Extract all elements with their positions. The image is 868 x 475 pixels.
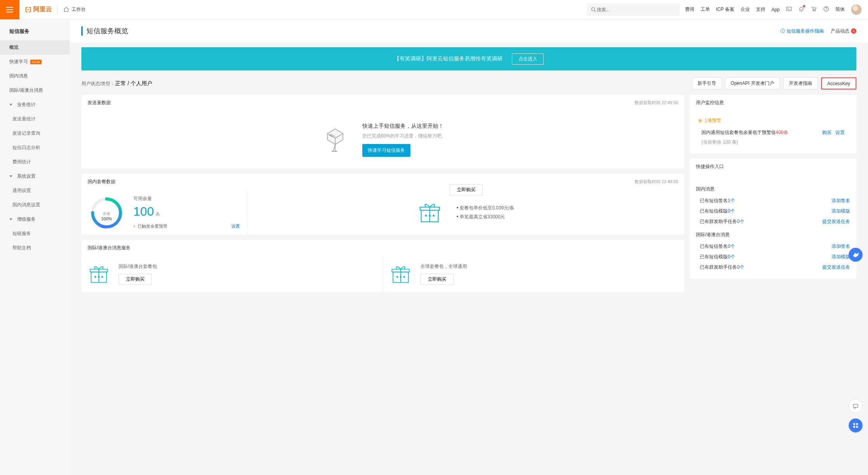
gauge: 余量100% bbox=[89, 195, 124, 223]
nav-domestic[interactable]: 国内消息 bbox=[0, 69, 70, 83]
btn-devguide[interactable]: 开发者指南 bbox=[783, 77, 818, 89]
guide-link[interactable]: ⓘ 短信服务操作指南 bbox=[780, 28, 824, 34]
sidebar: 短信服务 概览 快速学习NEW 国内消息 国际/港澳台消息 业务统计 发送量统计… bbox=[0, 19, 70, 475]
svg-point-10 bbox=[425, 215, 426, 216]
nav-group-value[interactable]: 增值服务 bbox=[0, 212, 70, 226]
gift-icon bbox=[88, 264, 109, 285]
svg-point-0 bbox=[591, 7, 594, 10]
nav-domestic-settings[interactable]: 国内消息设置 bbox=[0, 198, 70, 212]
gift-icon bbox=[418, 201, 441, 224]
user-avatar[interactable] bbox=[851, 4, 862, 15]
quickstart-sub: 您已完成60%的学习进度，继续努力吧。 bbox=[362, 133, 446, 139]
nav-intl[interactable]: 国际/港澳台消息 bbox=[0, 83, 70, 98]
alert-settings-link[interactable]: 设置 bbox=[231, 223, 240, 229]
apps-icon[interactable] bbox=[849, 418, 863, 432]
nav-group-system[interactable]: 系统设置 bbox=[0, 169, 70, 183]
alert-buy-link[interactable]: 购买 bbox=[822, 129, 832, 136]
card-title: 用户监控信息 bbox=[696, 99, 724, 106]
chevron-down-icon bbox=[9, 175, 12, 177]
submit-task-link-intl[interactable]: 提交发送任务 bbox=[822, 264, 850, 271]
search-box[interactable] bbox=[587, 3, 680, 16]
alert-sub: (当前剩余 100 条) bbox=[701, 139, 738, 146]
terminal-icon[interactable] bbox=[786, 6, 792, 13]
new-badge: NEW bbox=[30, 60, 41, 64]
svg-rect-26 bbox=[853, 426, 855, 428]
buy-now-button[interactable]: 立即购买 bbox=[450, 184, 483, 195]
sidebar-title: 短信服务 bbox=[0, 24, 70, 40]
add-signature-link-intl[interactable]: 添加签名 bbox=[832, 243, 850, 250]
topbar: 阿里云 工作台 费用 工单 ICP 备案 企业 支持 App 简体 bbox=[0, 0, 868, 19]
svg-point-22 bbox=[403, 276, 405, 278]
svg-rect-24 bbox=[853, 423, 855, 425]
nav-icp[interactable]: ICP 备案 bbox=[716, 6, 734, 13]
btn-newbie[interactable]: 新手引导 bbox=[692, 77, 722, 89]
intl-heading: 国际/港澳台消息 bbox=[696, 227, 850, 241]
nav-cost-stats[interactable]: 费用统计 bbox=[0, 155, 70, 169]
cart-icon[interactable] bbox=[811, 6, 817, 13]
package-card: 国内套餐数据数据获取时间 22:49:50 余量100% 可用余量 100条 bbox=[81, 174, 684, 235]
quickstart-button[interactable]: 快速学习短信服务 bbox=[362, 144, 410, 157]
nav-general-settings[interactable]: 通用设置 bbox=[0, 183, 70, 198]
svg-point-21 bbox=[400, 276, 401, 278]
nav-send-log[interactable]: 发送记录查询 bbox=[0, 126, 70, 141]
svg-point-17 bbox=[102, 276, 103, 278]
nav-cost[interactable]: 费用 bbox=[685, 6, 694, 13]
banner-button[interactable]: 点击进入 bbox=[512, 53, 544, 65]
global-buy-button[interactable]: 立即购买 bbox=[420, 274, 454, 285]
search-icon bbox=[591, 7, 597, 13]
brand-logo[interactable]: 阿里云 bbox=[19, 5, 57, 14]
lang-selector[interactable]: 简体 bbox=[835, 6, 845, 13]
btn-accesskey[interactable]: AccessKey bbox=[821, 77, 856, 89]
add-template-link[interactable]: 添加模版 bbox=[832, 208, 850, 214]
card-title: 国内套餐数据 bbox=[88, 178, 115, 185]
submit-task-link[interactable]: 提交发送任务 bbox=[822, 218, 850, 225]
product-news[interactable]: 产品动态5 bbox=[831, 28, 856, 34]
assistant-icon[interactable] bbox=[849, 248, 863, 262]
domestic-heading: 国内消息 bbox=[696, 181, 850, 195]
nav-quicklearn[interactable]: 快速学习NEW bbox=[0, 55, 70, 69]
intl-buy-button[interactable]: 立即购买 bbox=[119, 274, 152, 285]
survey-banner: 【有奖调研】阿里云短信服务易用性有奖调研 点击进入 bbox=[81, 47, 856, 70]
nav-enterprise[interactable]: 企业 bbox=[741, 6, 750, 13]
news-count: 5 bbox=[851, 28, 856, 34]
quickstart-title: 快速上手短信服务，从这里开始！ bbox=[362, 123, 446, 130]
chevron-down-icon bbox=[9, 104, 12, 106]
chat-icon[interactable] bbox=[849, 399, 863, 413]
action-buttons: 新手引导 OpenAPI 开发者门户 开发者指南 AccessKey bbox=[692, 77, 856, 89]
nav-send-stats[interactable]: 发送量统计 bbox=[0, 112, 70, 126]
avail-value: 100 bbox=[133, 204, 154, 218]
svg-rect-25 bbox=[856, 423, 858, 425]
svg-point-2 bbox=[813, 10, 814, 11]
nav-overview[interactable]: 概览 bbox=[0, 40, 70, 55]
search-input[interactable] bbox=[597, 7, 676, 12]
add-signature-link[interactable]: 添加签名 bbox=[832, 197, 850, 204]
alert-set-link[interactable]: 设置 bbox=[835, 129, 845, 136]
card-title: 发送量数据 bbox=[88, 99, 111, 106]
nav-shortlink[interactable]: 短链服务 bbox=[0, 226, 70, 241]
nav-app[interactable]: App bbox=[772, 7, 780, 12]
nav-help-docs[interactable]: 帮助文档 bbox=[0, 241, 70, 255]
card-title: 国际/港澳台消息服务 bbox=[88, 245, 131, 251]
nav-support[interactable]: 支持 bbox=[756, 6, 765, 13]
monitor-card: 用户监控信息 1项预警 国内通用短信套餐包余量低于预警值400条 购买设置 (当… bbox=[690, 95, 856, 153]
add-template-link-intl[interactable]: 添加模版 bbox=[832, 254, 850, 260]
svg-rect-1 bbox=[787, 7, 791, 10]
nav-group-stats[interactable]: 业务统计 bbox=[0, 98, 70, 112]
home-icon bbox=[63, 7, 69, 13]
btn-openapi[interactable]: OpenAPI 开发者门户 bbox=[725, 77, 780, 89]
main-content: 短信服务概览 ⓘ 短信服务操作指南 产品动态5 【有奖调研】阿里云短信服务易用性… bbox=[70, 19, 868, 475]
intl-pkg-label: 国际/港澳台套餐包 bbox=[119, 263, 157, 270]
hamburger-menu[interactable] bbox=[0, 0, 19, 19]
global-pkg-label: 全球套餐包，全球通用 bbox=[420, 263, 467, 270]
status-row: 用户状态/类型：正常 / 个人用户 新手引导 OpenAPI 开发者门户 开发者… bbox=[81, 77, 856, 89]
nav-ticket[interactable]: 工单 bbox=[701, 6, 710, 13]
help-icon[interactable] bbox=[823, 6, 829, 13]
bell-icon[interactable] bbox=[798, 6, 804, 13]
card-title: 快捷操作入口 bbox=[696, 163, 724, 170]
gift-icon bbox=[390, 264, 411, 285]
nav-sms-log[interactable]: 短信日志分析 bbox=[0, 141, 70, 155]
user-status: 用户状态/类型：正常 / 个人用户 bbox=[81, 80, 152, 87]
warn-heading: 1项预警 bbox=[696, 117, 850, 124]
workbench-link[interactable]: 工作台 bbox=[57, 4, 91, 15]
page-header: 短信服务概览 ⓘ 短信服务操作指南 产品动态5 bbox=[70, 19, 868, 43]
